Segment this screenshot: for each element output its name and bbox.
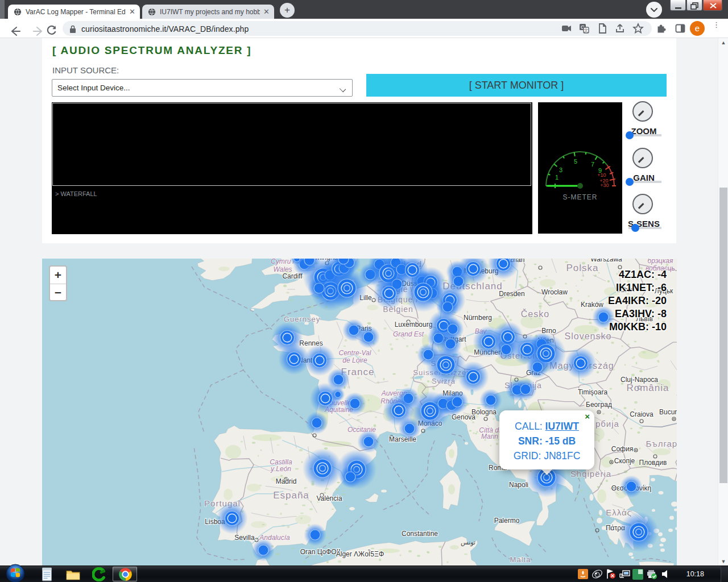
svg-text:Polska: Polska	[566, 263, 598, 273]
svg-text:València: València	[316, 494, 342, 502]
svg-text:y León: y León	[270, 465, 291, 473]
svg-text:Пловдив: Пловдив	[639, 459, 667, 467]
svg-text:Česko: Česko	[521, 309, 549, 319]
svg-text:+10: +10	[597, 172, 606, 178]
svg-text:Dresden: Dresden	[499, 290, 524, 298]
svg-text:Luxembourg: Luxembourg	[395, 321, 433, 329]
svg-text:+30: +30	[600, 182, 609, 188]
svg-text:România: România	[626, 383, 669, 393]
svg-text:Craiova: Craiova	[630, 410, 653, 418]
svg-text:EA4IKR: -20: EA4IKR: -20	[608, 295, 667, 306]
svg-text:Nürnberg: Nürnberg	[464, 314, 492, 322]
svg-text:Shqipëria: Shqipëria	[570, 469, 611, 479]
svg-text:IK1NET: -6: IK1NET: -6	[616, 282, 667, 293]
svg-text:Constantine: Constantine	[402, 530, 438, 538]
svg-text:Sevilla: Sevilla	[234, 534, 255, 542]
svg-text:1: 1	[555, 174, 559, 181]
svg-text:EA3IHV: -8: EA3IHV: -8	[615, 308, 667, 319]
svg-text:Bucure: Bucure	[659, 408, 677, 416]
svg-text:España: España	[273, 490, 309, 501]
svg-text:Centre-Val: Centre-Val	[339, 349, 371, 357]
svg-text:Slovensko: Slovensko	[565, 331, 612, 341]
svg-text:7: 7	[591, 161, 594, 168]
svg-text:Malta: Malta	[510, 555, 531, 564]
svg-text:Marin: Marin	[481, 433, 498, 440]
svg-text:Timişoara: Timişoara	[578, 388, 608, 396]
svg-text:Alger ΛЖoȈ5ΞΦ: Alger ΛЖoȈ5ΞΦ	[336, 550, 384, 558]
svg-text:de Loire: de Loire	[342, 356, 367, 364]
svg-text:تونس: تونس	[461, 539, 475, 546]
svg-text:Grand Est: Grand Est	[393, 330, 424, 338]
svg-text:Warszawa: Warszawa	[590, 259, 622, 263]
svg-text:Palermo: Palermo	[494, 517, 520, 525]
svg-text:Београд: Београд	[586, 401, 612, 409]
svg-text:文: 文	[584, 28, 589, 33]
svg-text:Napoli: Napoli	[509, 481, 528, 489]
svg-text:Българи: Българи	[646, 439, 677, 448]
svg-text:Oran ЦoФOІI: Oran ЦoФOІI	[300, 548, 341, 556]
svg-text:Wrocław: Wrocław	[541, 288, 568, 296]
svg-text:Скопје: Скопје	[614, 457, 635, 465]
svg-text:София: София	[611, 445, 633, 453]
svg-text:Madrid: Madrid	[276, 477, 297, 485]
svg-text:Cluj-Napoca: Cluj-Napoca	[621, 376, 658, 384]
svg-text:3: 3	[559, 167, 562, 173]
svg-text:M0KKB: -10: M0KKB: -10	[609, 321, 667, 332]
svg-text:4Z1AC: -4: 4Z1AC: -4	[619, 269, 667, 280]
svg-text:5: 5	[574, 158, 577, 165]
svg-text:Wales: Wales	[273, 265, 292, 273]
